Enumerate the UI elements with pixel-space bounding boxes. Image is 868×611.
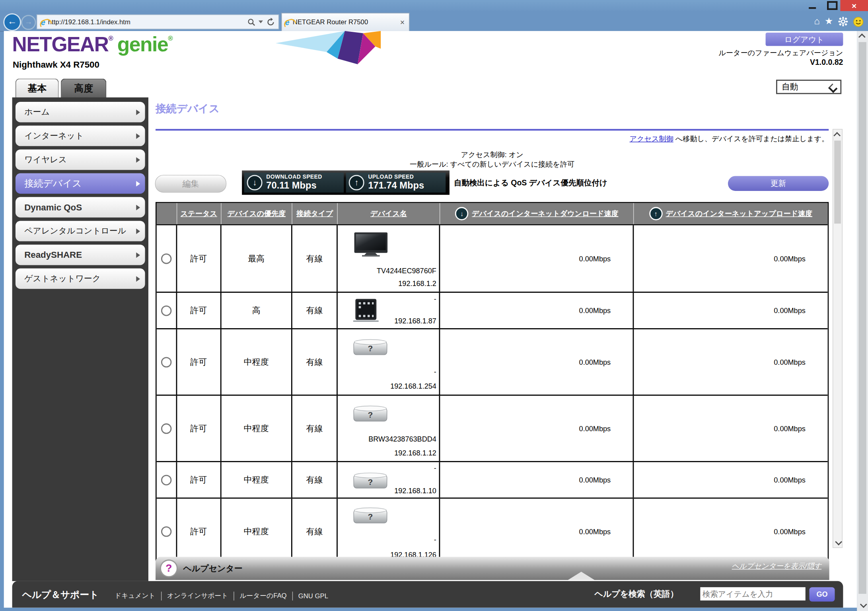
refresh-button[interactable]: 更新 (728, 176, 829, 191)
select-column-header (157, 203, 177, 224)
priority-cell: 最高 (221, 225, 292, 292)
forward-button[interactable]: → (21, 15, 36, 30)
upload-speed-value: 171.74 Mbps (368, 181, 424, 192)
search-icon[interactable] (247, 18, 255, 25)
browser-window: × ← → e http://192.168.1.1/index.htm e N (0, 0, 868, 611)
help-support-title: ヘルプ＆サポート (22, 588, 99, 601)
scroll-down-icon[interactable] (833, 537, 842, 547)
sidebar-item-home[interactable]: ホーム (16, 102, 145, 122)
conn-cell: 有線 (292, 293, 338, 328)
back-icon: ← (8, 16, 17, 26)
home-icon[interactable]: ⌂ (814, 15, 819, 28)
help-toggle-link[interactable]: ヘルプセンターを表示/隠す (732, 561, 822, 571)
logout-button[interactable]: ログアウト (766, 33, 843, 46)
maximize-button[interactable] (824, 0, 841, 11)
forward-icon: → (25, 17, 32, 26)
minimize-button[interactable] (804, 0, 821, 11)
sidebar: ホーム インターネット ワイヤレス 接続デバイス Dynamic QoS ペアレ… (12, 97, 148, 581)
download-column-header[interactable]: ↓デバイスのインターネットダウンロード速度 (440, 203, 634, 224)
back-button[interactable]: ← (3, 13, 21, 31)
device-name: - (434, 464, 436, 472)
priority-cell: 中程度 (221, 329, 292, 395)
scrollbar-thumb[interactable] (834, 140, 841, 224)
tab-advanced[interactable]: 高度 (61, 79, 106, 98)
brand-netgear: NETGEAR (12, 33, 109, 56)
device-radio[interactable] (161, 253, 171, 264)
content-scrollbar[interactable] (833, 129, 843, 548)
refresh-icon[interactable] (266, 18, 275, 26)
device-radio[interactable] (161, 423, 171, 434)
device-radio[interactable] (161, 305, 171, 315)
qos-note: 自動検出による QoS デバイス優先順位付け (454, 178, 607, 188)
go-button[interactable]: GO (809, 587, 835, 601)
download-cell: 0.00Mbps (440, 462, 634, 498)
upload-speed-label: UPLOAD SPEED (368, 174, 424, 180)
sidebar-item-readyshare[interactable]: ReadySHARE (16, 245, 145, 265)
firmware-label: ルーターのファームウェアバージョン (718, 48, 843, 58)
footer-link-online-support[interactable]: オンラインサポート (167, 591, 228, 601)
priority-column-header[interactable]: デバイスの優先度 (221, 203, 292, 224)
upload-arrow-icon: ↑ (649, 207, 662, 220)
model-name: Nighthawk X4 R7500 (13, 60, 99, 70)
sidebar-item-internet[interactable]: インターネット (16, 126, 145, 146)
browser-toolbar: ← → e http://192.168.1.1/index.htm e NET… (0, 12, 868, 32)
upload-column-header[interactable]: ↑デバイスのインターネットアップロード速度 (634, 203, 828, 224)
device-ip: 192.168.1.2 (398, 280, 436, 288)
footer-link-gnu-gpl[interactable]: GNU GPL (298, 592, 328, 599)
footer-link-router-faq[interactable]: ルーターのFAQ (239, 591, 286, 601)
download-cell: 0.00Mbps (440, 329, 634, 395)
download-cell: 0.00Mbps (440, 293, 634, 328)
help-search-input[interactable] (700, 587, 805, 600)
priority-cell: 中程度 (221, 462, 292, 498)
sidebar-item-connected-devices[interactable]: 接続デバイス (16, 173, 145, 193)
sidebar-item-guest-network[interactable]: ゲストネットワーク (16, 269, 145, 289)
device-radio[interactable] (161, 357, 171, 367)
browser-scrollbar[interactable] (857, 31, 868, 611)
scroll-up-icon[interactable] (833, 130, 842, 140)
divider (292, 592, 292, 600)
divider (234, 592, 234, 600)
sidebar-item-wireless[interactable]: ワイヤレス (16, 150, 145, 170)
upload-arrow-icon: ↑ (349, 175, 364, 191)
scroll-up-icon[interactable] (857, 31, 868, 41)
device-name: - (434, 295, 436, 304)
smiley-feedback-icon[interactable] (853, 16, 863, 27)
device-ip: 192.168.1.12 (394, 449, 436, 457)
language-select[interactable]: 自動 (776, 80, 841, 94)
search-dropdown-icon[interactable] (259, 20, 263, 23)
sidebar-item-parental-controls[interactable]: ペアレンタルコントロール (16, 221, 145, 241)
help-center-bar[interactable]: ? ヘルプセンター ヘルプセンターを表示/隠す (156, 557, 829, 580)
page-title: 接続デバイス (156, 102, 220, 116)
scroll-down-icon[interactable] (857, 600, 868, 610)
access-control-link[interactable]: アクセス制御 (630, 134, 673, 143)
footer-link-documentation[interactable]: ドキュメント (115, 591, 156, 601)
status-column-header[interactable]: ステータス (177, 203, 221, 224)
help-expand-arrow-icon[interactable] (568, 572, 595, 580)
scrollbar-thumb[interactable] (858, 42, 866, 594)
tab-close-icon[interactable]: × (399, 18, 406, 27)
upload-speed-section: ↑ UPLOAD SPEED 171.74 Mbps (346, 173, 446, 193)
address-bar[interactable]: e http://192.168.1.1/index.htm (37, 14, 279, 29)
url-text[interactable]: http://192.168.1.1/index.htm (48, 18, 247, 25)
settings-gear-icon[interactable] (838, 17, 848, 27)
conn-type-column-header[interactable]: 接続タイプ (292, 203, 338, 224)
download-cell: 0.00Mbps (440, 396, 634, 461)
device-cell: ? - 192.168.1.126 (338, 499, 440, 564)
sidebar-item-dynamic-qos[interactable]: Dynamic QoS (16, 197, 145, 217)
brand-genie: genie (117, 33, 168, 56)
ie-tab-icon: e (285, 18, 290, 27)
tv-device-icon (353, 232, 389, 257)
upload-cell: 0.00Mbps (634, 329, 828, 395)
status-cell: 許可 (177, 329, 221, 395)
tab-basic[interactable]: 基本 (16, 79, 59, 98)
edit-button[interactable]: 編集 (155, 175, 227, 193)
chevron-right-icon (136, 157, 140, 162)
device-ip: 192.168.1.87 (394, 317, 436, 325)
device-name-column-header[interactable]: デバイス名 (338, 203, 440, 224)
device-radio[interactable] (161, 475, 171, 485)
svg-text:?: ? (368, 512, 373, 521)
favorites-star-icon[interactable]: ★ (825, 15, 833, 28)
device-radio[interactable] (161, 526, 171, 536)
browser-tab[interactable]: e NETGEAR Router R7500 × (281, 13, 410, 31)
close-button[interactable]: × (840, 0, 868, 11)
